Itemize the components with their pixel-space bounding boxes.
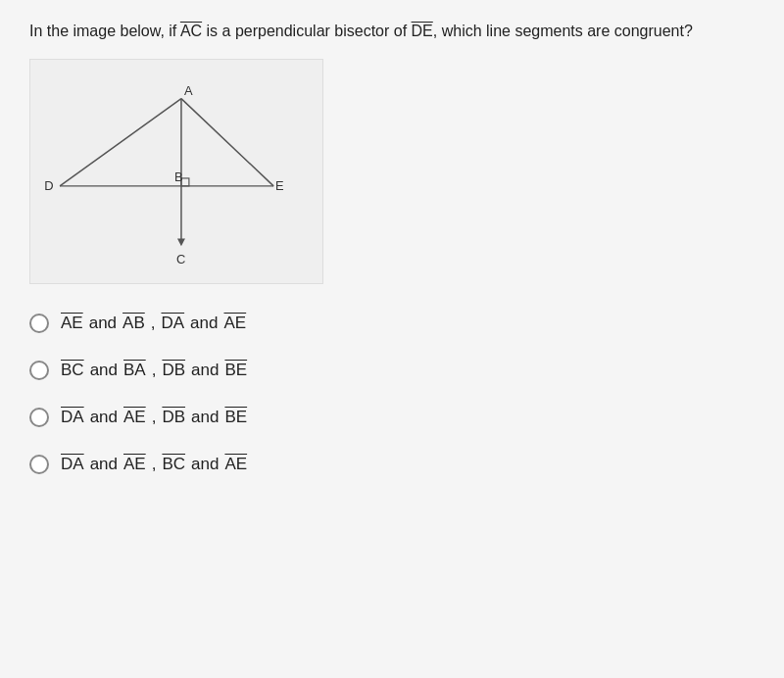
opt4-ae2: AE [224, 455, 247, 474]
option-row-1[interactable]: AE and AB , DA and AE [29, 314, 755, 333]
opt3-and1: and [90, 408, 118, 427]
opt2-bc: BC [61, 361, 84, 380]
opt2-ba: BA [123, 361, 146, 380]
question-end: , which line segments are congruent? [433, 23, 693, 39]
opt2-and1: and [90, 361, 118, 380]
svg-text:B: B [174, 170, 183, 184]
radio-2[interactable] [29, 361, 49, 380]
opt3-da: DA [61, 408, 84, 427]
svg-line-1 [181, 99, 273, 186]
opt1-ae2: AE [223, 314, 246, 333]
opt3-be: BE [224, 408, 247, 427]
radio-1[interactable] [29, 314, 49, 333]
opt3-db: DB [162, 408, 185, 427]
svg-text:E: E [275, 178, 284, 193]
opt2-comma1: , [152, 361, 157, 380]
opt2-db: DB [162, 361, 185, 380]
opt4-da: DA [61, 455, 84, 474]
svg-text:D: D [44, 178, 53, 193]
svg-text:A: A [184, 83, 193, 98]
opt1-ae: AE [61, 314, 83, 333]
radio-3[interactable] [29, 408, 49, 427]
opt1-ab: AB [122, 314, 145, 333]
option-4-content: DA and AE , BC and AE [61, 455, 247, 474]
option-1-content: AE and AB , DA and AE [61, 314, 246, 333]
opt1-comma1: , [151, 314, 156, 333]
ac-overline: AC [180, 23, 202, 39]
opt2-and2: and [191, 361, 219, 380]
option-row-3[interactable]: DA and AE , DB and BE [29, 408, 755, 427]
diagram-box: A B C D E [29, 59, 323, 284]
opt4-comma1: , [152, 455, 157, 474]
opt3-comma1: , [152, 408, 157, 427]
opt3-ae: AE [123, 408, 146, 427]
answer-options: AE and AB , DA and AE BC and BA , DB and… [29, 314, 755, 474]
opt4-bc: BC [162, 455, 185, 474]
de-overline: DE [412, 23, 433, 39]
opt1-da: DA [161, 314, 184, 333]
option-row-4[interactable]: DA and AE , BC and AE [29, 455, 755, 474]
opt1-and1: and [89, 314, 117, 333]
svg-marker-5 [177, 238, 185, 246]
opt4-ae: AE [123, 455, 146, 474]
radio-4[interactable] [29, 455, 49, 474]
opt2-be: BE [224, 361, 247, 380]
option-2-content: BC and BA , DB and BE [61, 361, 247, 380]
svg-line-0 [60, 99, 181, 186]
opt4-and1: and [90, 455, 118, 474]
option-row-2[interactable]: BC and BA , DB and BE [29, 361, 755, 380]
opt1-and2: and [190, 314, 218, 333]
option-3-content: DA and AE , DB and BE [61, 408, 247, 427]
opt3-and2: and [191, 408, 219, 427]
question-intro: In the image below, if [29, 23, 180, 39]
question-text: In the image below, if AC is a perpendic… [29, 20, 755, 43]
svg-text:C: C [176, 252, 185, 266]
opt4-and2: and [191, 455, 219, 474]
question-mid: is a perpendicular bisector of [202, 23, 411, 39]
